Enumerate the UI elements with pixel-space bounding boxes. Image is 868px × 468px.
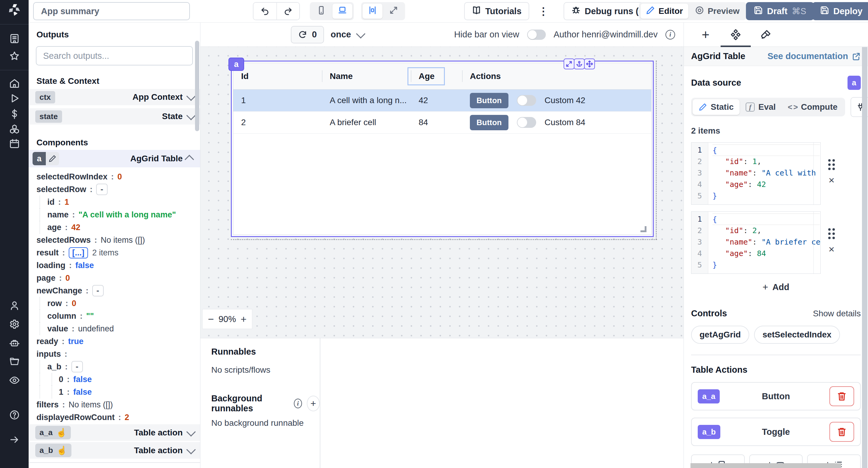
delete-action-button[interactable] <box>830 422 854 442</box>
add-item-button[interactable]: +Add <box>763 282 789 293</box>
table-resize-corner[interactable] <box>641 226 647 232</box>
full-width-button[interactable] <box>384 4 404 19</box>
column-header-name[interactable]: Name <box>322 63 411 89</box>
center-layout-button[interactable] <box>363 4 382 19</box>
home-icon[interactable] <box>9 78 20 89</box>
workspace-icon[interactable] <box>9 33 20 44</box>
anchor-handle-icon[interactable] <box>574 59 585 69</box>
schedules-calendar-icon[interactable] <box>9 138 20 149</box>
table-row-selected[interactable]: 1 A cell with a long n... 42 Button Cust… <box>233 90 651 112</box>
styling-tab[interactable] <box>751 23 781 47</box>
output-prop[interactable]: ready:true <box>29 335 200 348</box>
output-prop[interactable]: name:"A cell with a long name" <box>29 208 200 221</box>
zoom-in-button[interactable]: + <box>241 314 247 324</box>
control-pill-setselectedindex[interactable]: setSelectedIndex <box>754 326 840 344</box>
output-prop[interactable]: selectedRows:No items ([]) <box>29 234 200 246</box>
redo-button[interactable] <box>276 2 299 20</box>
code-editor[interactable]: 12345 { "id": 2, "name": "A briefer cell… <box>691 211 821 274</box>
preview-tab[interactable]: Preview <box>689 4 745 19</box>
code-editor[interactable]: 12345 { "id": 1, "name": "A cell with a … <box>691 142 821 205</box>
outputs-search-input[interactable] <box>43 51 186 61</box>
row-action-button[interactable]: Button <box>470 115 508 130</box>
app-summary-input[interactable] <box>33 2 190 20</box>
collapse-button[interactable]: - <box>96 184 107 195</box>
save-draft-button[interactable]: Draft ⌘S <box>746 2 814 20</box>
output-prop[interactable]: age:42 <box>29 221 200 234</box>
editor-tab[interactable]: Editor <box>641 4 688 19</box>
delete-action-button[interactable] <box>830 386 854 406</box>
component-tag[interactable]: a <box>228 58 244 71</box>
insert-component-tab[interactable]: + <box>690 23 721 47</box>
audit-eye-icon[interactable] <box>9 375 20 386</box>
component-settings-tab[interactable] <box>721 23 751 47</box>
output-prop[interactable]: selectedRow:- <box>29 183 200 196</box>
drag-handle-icon[interactable] <box>828 159 835 170</box>
see-documentation-link[interactable]: See documentation <box>768 51 861 61</box>
favorites-star-icon[interactable] <box>9 51 20 61</box>
row-toggle[interactable] <box>517 117 536 128</box>
table-row[interactable]: 2 A briefer cell 84 Button Custom 84 <box>233 112 651 134</box>
tutorials-button[interactable]: Tutorials <box>464 2 529 20</box>
expand-sidebar-arrow-icon[interactable] <box>9 434 20 445</box>
component-header-row[interactable]: a AgGrid Table <box>29 150 200 167</box>
settings-gear-icon[interactable] <box>9 319 20 330</box>
hide-bar-toggle[interactable] <box>527 30 546 40</box>
output-prop[interactable]: value:undefined <box>29 322 200 335</box>
output-prop[interactable]: loading:false <box>29 259 200 272</box>
expand-result-button[interactable]: [...] <box>69 247 88 258</box>
runs-play-icon[interactable] <box>9 93 20 104</box>
output-prop[interactable]: selectedRowIndex:0 <box>29 170 200 183</box>
row-toggle[interactable] <box>517 95 536 106</box>
output-prop[interactable]: filters:No items ([]) <box>29 398 200 411</box>
desktop-view-button[interactable] <box>333 4 352 19</box>
context-row-ctx[interactable]: ctx App Context <box>29 89 200 105</box>
output-prop[interactable]: column:"" <box>29 310 200 322</box>
more-menu-button[interactable]: ⋮ <box>537 2 550 20</box>
output-prop[interactable]: inputs: <box>29 348 200 360</box>
rename-pencil-icon[interactable] <box>46 152 59 165</box>
compute-mode-tab[interactable]: < > Compute <box>782 99 844 115</box>
column-header-actions[interactable]: Actions <box>462 63 651 89</box>
outputs-scrollbar[interactable] <box>195 41 199 131</box>
output-prop[interactable]: id:1 <box>29 196 200 208</box>
info-icon[interactable]: i <box>665 30 675 39</box>
settings-scrollbar-horizontal[interactable] <box>690 463 841 468</box>
drag-handle-icon[interactable] <box>828 228 835 239</box>
mobile-view-button[interactable] <box>311 4 331 19</box>
remove-item-button[interactable]: × <box>829 244 835 254</box>
output-prop[interactable]: displayedRowCount:2 <box>29 411 200 424</box>
static-mode-tab[interactable]: Static <box>692 99 740 115</box>
info-icon[interactable]: i <box>294 399 302 408</box>
ai-bot-icon[interactable] <box>9 338 20 349</box>
add-background-runnable-button[interactable]: + <box>307 396 320 411</box>
collapse-button[interactable]: - <box>92 285 104 296</box>
context-row-state[interactable]: state State <box>29 108 200 124</box>
control-pill-getaggrid[interactable]: getAgGrid <box>691 326 749 344</box>
collapse-button[interactable]: - <box>71 361 83 372</box>
eval-mode-tab[interactable]: f Eval <box>740 99 782 115</box>
table-action-row-a_b[interactable]: a_b☝ Table action <box>29 442 200 459</box>
zoom-out-button[interactable]: − <box>208 314 214 324</box>
output-prop[interactable]: result:[...]2 items <box>29 246 200 259</box>
canvas-grid[interactable]: a Id Name Age Actions <box>200 47 684 338</box>
output-prop[interactable]: 0:false <box>29 373 200 386</box>
output-prop[interactable]: row:0 <box>29 297 200 310</box>
output-prop[interactable]: a_b:- <box>29 360 200 373</box>
aggrid-component-selected[interactable]: a Id Name Age Actions <box>231 61 654 237</box>
remove-item-button[interactable]: × <box>829 175 835 185</box>
variables-dollar-icon[interactable] <box>9 109 20 119</box>
move-handle-icon[interactable] <box>584 59 595 69</box>
deploy-button[interactable]: Deploy <box>812 2 868 20</box>
undo-button[interactable] <box>253 2 276 20</box>
settings-scrollbar-vertical[interactable] <box>862 47 867 468</box>
output-prop[interactable]: 1:false <box>29 386 200 398</box>
column-header-id[interactable]: Id <box>233 63 322 89</box>
row-action-button[interactable]: Button <box>470 93 508 108</box>
folders-icon[interactable] <box>9 356 20 367</box>
table-action-row-a_a[interactable]: a_a☝ Table action <box>29 424 200 441</box>
resources-boxes-icon[interactable] <box>9 124 20 135</box>
refresh-button[interactable]: 0 <box>291 26 324 43</box>
expand-handle-icon[interactable] <box>564 59 575 69</box>
user-icon[interactable] <box>9 300 20 311</box>
output-prop[interactable]: newChange:- <box>29 284 200 297</box>
